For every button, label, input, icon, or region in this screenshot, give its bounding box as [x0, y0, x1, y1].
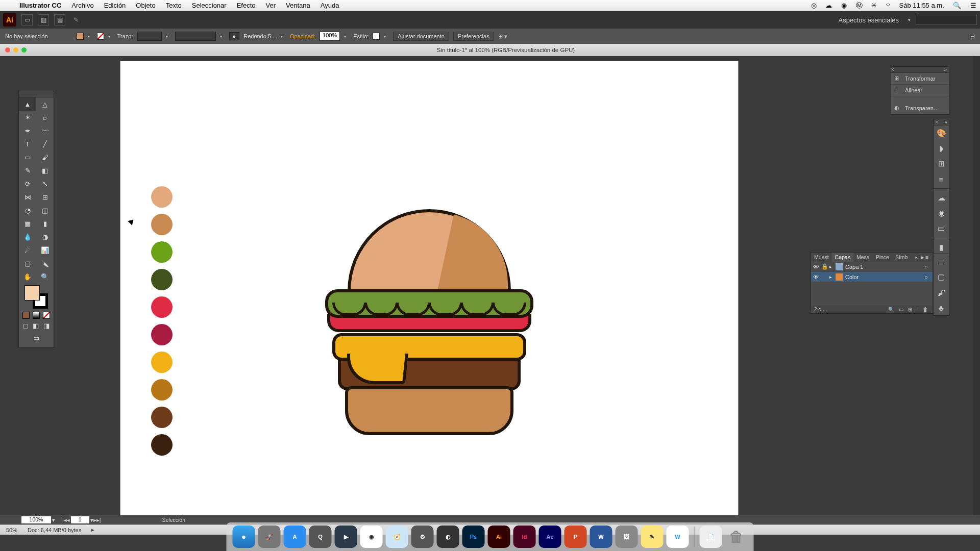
palette-swatch[interactable]	[151, 379, 173, 400]
mesh-tool[interactable]: ▦	[19, 217, 36, 230]
tab-muestras[interactable]: Muest	[811, 253, 832, 262]
artboard-nav-field[interactable]: 1	[71, 516, 89, 523]
screen-mode[interactable]: ▭	[29, 332, 44, 343]
palette-swatch[interactable]	[151, 214, 173, 235]
palette-swatch[interactable]	[151, 269, 173, 290]
photoshop-icon[interactable]: Ps	[462, 525, 485, 548]
close-window-icon[interactable]	[5, 47, 10, 53]
pen-tool[interactable]: ✒	[19, 124, 36, 137]
eyedropper-tool[interactable]: 💧	[19, 230, 36, 243]
menu-seleccionar[interactable]: Seleccionar	[187, 2, 232, 9]
width-tool[interactable]: ⋈	[19, 190, 36, 204]
indesign-icon[interactable]: Id	[513, 525, 536, 548]
selection-tool[interactable]: ▲	[19, 97, 36, 111]
new-sublayer-icon[interactable]: ⊞	[906, 307, 914, 312]
palette-swatch[interactable]	[151, 407, 173, 428]
eraser-tool[interactable]: ◧	[36, 164, 54, 177]
preview-icon[interactable]: 🖼	[616, 525, 638, 548]
stroke-profile-field[interactable]	[175, 32, 216, 41]
transparency-panel-item[interactable]: ◐Transparen…	[891, 103, 949, 114]
workspace-switcher[interactable]: Aspectos esenciales	[834, 15, 903, 25]
color-mode-swatch[interactable]	[22, 312, 30, 319]
graph-tool[interactable]: 📊	[36, 243, 54, 257]
zoom-tool[interactable]: 🔍	[36, 270, 54, 283]
color-guide-icon[interactable]: ◗	[934, 141, 949, 156]
menu-efecto[interactable]: Efecto	[232, 2, 261, 9]
appearance-icon[interactable]: ◉	[934, 206, 949, 221]
rotate-tool[interactable]: ⟳	[19, 177, 36, 190]
stroke-panel-icon[interactable]: ≡	[934, 171, 949, 187]
app-name[interactable]: Illustrator CC	[14, 2, 66, 9]
arrange-button[interactable]: ▥	[38, 14, 49, 26]
bridge-button[interactable]: ▭	[21, 14, 33, 26]
chrome-icon[interactable]: ◉	[360, 525, 383, 548]
delete-layer-icon[interactable]: 🗑	[921, 307, 929, 312]
artboards-icon[interactable]: ▢	[934, 269, 949, 285]
nav-prev-icon[interactable]: ◂	[67, 517, 70, 523]
status-icon[interactable]: ◉	[838, 2, 850, 9]
trash-icon[interactable]: 🗑	[725, 525, 748, 548]
powerpoint-icon[interactable]: P	[565, 525, 587, 548]
cheese[interactable]	[332, 333, 526, 361]
lettuce[interactable]	[325, 289, 533, 318]
curvature-tool[interactable]: 〰	[36, 124, 54, 137]
none-mode-swatch[interactable]	[43, 312, 50, 319]
appstore-icon[interactable]: A	[284, 525, 306, 548]
illustrator-icon[interactable]: Ai	[488, 525, 510, 548]
symbol-sprayer-tool[interactable]: ☄	[19, 243, 36, 257]
cc-libraries-icon[interactable]: ☁	[934, 190, 949, 206]
launchpad-icon[interactable]: 🚀	[258, 525, 281, 548]
status-icon[interactable]: ◎	[807, 2, 820, 9]
strip-close-icon[interactable]: ×	[935, 119, 938, 125]
color-panel-icon[interactable]: 🎨	[934, 126, 949, 141]
panel-collapse-icon[interactable]: »	[944, 67, 947, 72]
artboard-tool[interactable]: ▢	[19, 257, 36, 270]
fill-box[interactable]	[24, 285, 40, 300]
type-tool[interactable]: T	[19, 137, 36, 151]
visibility-icon[interactable]: 👁	[811, 264, 820, 270]
spotlight-icon[interactable]: 🔍	[949, 2, 965, 9]
fit-document-button[interactable]: Ajustar documento	[393, 32, 449, 41]
scale-tool[interactable]: ⤡	[36, 177, 54, 190]
perspective-tool[interactable]: ◫	[36, 204, 54, 217]
visibility-icon[interactable]: 👁	[811, 274, 820, 280]
align-panel-item[interactable]: ≡Alinear	[891, 85, 949, 96]
layer-row[interactable]: 👁 🔒 ▸ Capa 1 ○	[811, 262, 933, 272]
palette-swatch[interactable]	[151, 296, 173, 318]
zoom-window-icon[interactable]	[21, 47, 27, 53]
zoom-field[interactable]: 100%	[21, 516, 51, 523]
direct-selection-tool[interactable]: △	[36, 97, 54, 111]
menu-ventana[interactable]: Ventana	[281, 2, 315, 9]
brush-field[interactable]: ●	[229, 32, 240, 40]
palette-swatch[interactable]	[151, 186, 173, 208]
notes-icon[interactable]: ✎	[641, 525, 664, 548]
brushes-icon[interactable]: 🖌	[934, 285, 949, 300]
menu-ayuda[interactable]: Ayuda	[315, 2, 345, 9]
style-swatch[interactable]	[373, 33, 380, 40]
menu-icon[interactable]: ☰	[967, 2, 980, 9]
strip-collapse-icon[interactable]: »	[944, 119, 947, 125]
doc-shortcut-icon[interactable]: 📄	[700, 525, 722, 548]
menu-ver[interactable]: Ver	[261, 2, 281, 9]
status-icon[interactable]: Ⓜ	[852, 2, 866, 9]
minimize-window-icon[interactable]	[13, 47, 18, 53]
layer-name[interactable]: Capa 1	[845, 264, 863, 270]
menu-edicion[interactable]: Edición	[99, 2, 131, 9]
gradient-panel-icon[interactable]: ▮	[934, 240, 949, 255]
arrange2-button[interactable]: ▤	[54, 14, 65, 26]
shape-builder-tool[interactable]: ◔	[19, 204, 36, 217]
palette-swatch[interactable]	[151, 352, 173, 373]
expand-icon[interactable]: ▸	[829, 274, 836, 280]
magic-wand-tool[interactable]: ✶	[19, 111, 36, 124]
nav-last-icon[interactable]: ▸|	[96, 517, 101, 523]
draw-mode[interactable]: ◻	[22, 321, 29, 330]
bun-bottom[interactable]	[345, 386, 513, 435]
lock-icon[interactable]: 🔒	[820, 263, 829, 270]
lasso-tool[interactable]: ⌕	[36, 111, 54, 124]
stroke-swatch[interactable]	[97, 33, 104, 40]
gradient-tool[interactable]: ▮	[36, 217, 54, 230]
layer-name[interactable]: Color	[845, 274, 859, 280]
burger-artwork[interactable]	[325, 209, 534, 435]
fill-dropdown-icon[interactable]: ▾	[88, 34, 93, 39]
preferences-button[interactable]: Preferencias	[453, 32, 494, 41]
